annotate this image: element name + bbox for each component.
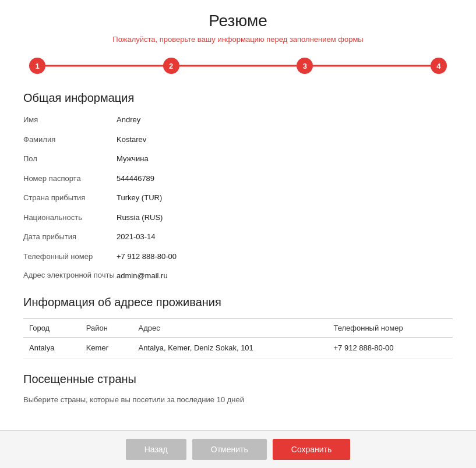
visited-countries-subtitle: Выберите страны, которые вы посетили за … — [23, 395, 453, 404]
info-row-phone: Телефонный номер +7 912 888-80-00 — [23, 251, 453, 263]
label-phone: Телефонный номер — [23, 251, 117, 263]
info-row-surname: Фамилия Kostarev — [23, 134, 453, 146]
progress-step-3: 3 — [297, 58, 313, 74]
label-passport: Номер паспорта — [23, 173, 117, 185]
label-name: Имя — [23, 114, 117, 126]
page-subtitle: Пожалуйста, проверьте вашу информацию пе… — [23, 35, 453, 44]
cell-address: Antalya, Kemer, Deniz Sokak, 101 — [133, 337, 328, 358]
info-row-nationality: Национальность Russia (RUS) — [23, 212, 453, 224]
info-row-gender: Пол Мужчина — [23, 153, 453, 165]
label-gender: Пол — [23, 153, 117, 165]
col-header-phone: Телефонный номер — [327, 318, 453, 337]
col-header-city: Город — [23, 318, 80, 337]
page-title: Резюме — [23, 12, 453, 30]
general-info-section: Общая информация Имя Andrey Фамилия Kost… — [23, 91, 453, 282]
col-header-address: Адрес — [133, 318, 328, 337]
cell-city: Antalya — [23, 337, 80, 358]
value-gender: Мужчина — [117, 153, 149, 165]
main-content: Резюме Пожалуйста, проверьте вашу информ… — [0, 0, 476, 430]
visited-countries-section: Посещенные страны Выберите страны, котор… — [23, 373, 453, 404]
info-row-name: Имя Andrey — [23, 114, 453, 126]
footer-bar: Назад Отменить Сохранить — [0, 430, 476, 468]
cancel-button[interactable]: Отменить — [192, 439, 267, 460]
value-phone: +7 912 888-80-00 — [117, 251, 177, 263]
visited-countries-title: Посещенные страны — [23, 373, 453, 386]
info-row-arrival-date: Дата прибытия 2021-03-14 — [23, 231, 453, 243]
save-button[interactable]: Сохранить — [273, 439, 351, 460]
progress-bar: 1 2 3 4 — [23, 58, 453, 74]
label-nationality: Национальность — [23, 212, 117, 224]
label-surname: Фамилия — [23, 134, 117, 146]
progress-step-2: 2 — [163, 58, 179, 74]
value-email: admin@mail.ru — [117, 270, 168, 282]
label-email: Адрес электронной почты — [23, 270, 117, 281]
address-section-title: Информация об адресе проживания — [23, 296, 453, 309]
back-button[interactable]: Назад — [126, 439, 186, 460]
progress-step-1: 1 — [29, 58, 45, 74]
address-table-row: Antalya Kemer Antalya, Kemer, Deniz Soka… — [23, 337, 453, 358]
value-name: Andrey — [117, 114, 140, 126]
value-country: Turkey (TUR) — [117, 192, 162, 204]
label-arrival-date: Дата прибытия — [23, 231, 117, 243]
value-surname: Kostarev — [117, 134, 146, 146]
page-container: Резюме Пожалуйста, проверьте вашу информ… — [0, 0, 476, 468]
info-row-passport: Номер паспорта 544446789 — [23, 173, 453, 185]
col-header-district: Район — [80, 318, 133, 337]
general-info-title: Общая информация — [23, 91, 453, 105]
value-arrival-date: 2021-03-14 — [117, 231, 156, 243]
value-passport: 544446789 — [117, 173, 154, 185]
cell-phone: +7 912 888-80-00 — [327, 337, 453, 358]
cell-district: Kemer — [80, 337, 133, 358]
label-country: Страна прибытия — [23, 192, 117, 204]
info-row-email: Адрес электронной почты admin@mail.ru — [23, 270, 453, 282]
info-row-country: Страна прибытия Turkey (TUR) — [23, 192, 453, 204]
value-nationality: Russia (RUS) — [117, 212, 163, 224]
address-table: Город Район Адрес Телефонный номер Antal… — [23, 318, 453, 359]
progress-line — [41, 65, 435, 67]
address-section: Информация об адресе проживания Город Ра… — [23, 296, 453, 359]
progress-step-4: 4 — [431, 58, 447, 74]
